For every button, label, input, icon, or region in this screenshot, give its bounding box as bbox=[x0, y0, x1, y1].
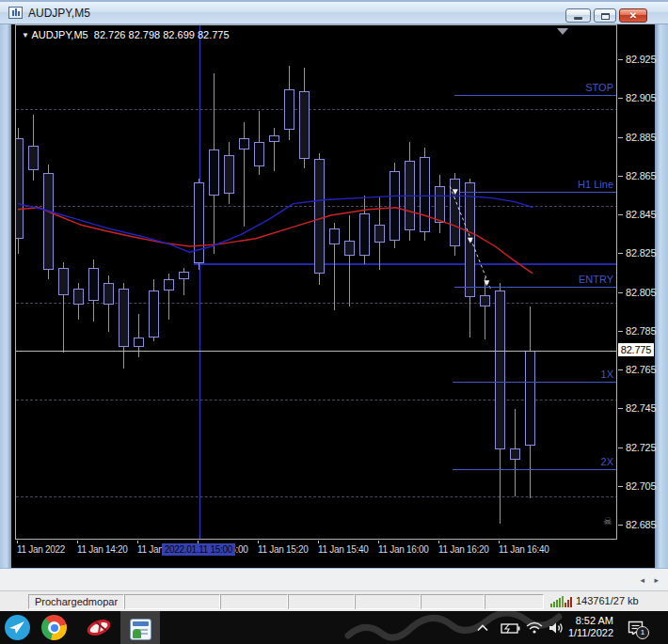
window-title: AUDJPY,M5 bbox=[28, 7, 90, 20]
network-traffic-text: 143761/27 kb bbox=[576, 595, 639, 606]
close-button[interactable]: ✕ bbox=[619, 8, 647, 23]
trend-arrow-icon bbox=[468, 238, 473, 243]
chart-shift-marker[interactable] bbox=[557, 28, 568, 35]
price-axis-tick bbox=[618, 486, 623, 487]
status-cell-network: 143761/27 kb bbox=[546, 594, 664, 609]
traffic-bar bbox=[565, 603, 566, 607]
chart-plot-area[interactable]: ▼ AUDJPY,M5 82.726 82.798 82.699 82.775 … bbox=[15, 24, 617, 540]
trade-line-2x[interactable] bbox=[453, 469, 617, 470]
price-axis-label: 82.705 bbox=[626, 480, 656, 492]
window-border-right bbox=[655, 24, 668, 568]
trade-line-label: ENTRY bbox=[548, 274, 613, 285]
traffic-bar bbox=[562, 596, 564, 607]
chrome-icon[interactable] bbox=[40, 614, 68, 641]
status-cell bbox=[355, 594, 421, 609]
price-axis-label: 82.905 bbox=[626, 92, 656, 103]
time-axis-label: 11 Jan 14:40 bbox=[137, 544, 188, 555]
trade-line-label: 1X bbox=[548, 369, 613, 380]
time-axis-label: 11 Jan 16:40 bbox=[499, 544, 549, 555]
battery-icon[interactable] bbox=[499, 611, 521, 644]
status-cell bbox=[220, 594, 288, 609]
trend-arrow-icon bbox=[484, 280, 489, 286]
status-account-text: Prochargedmopar bbox=[35, 596, 118, 607]
time-axis-tick bbox=[137, 541, 138, 543]
traffic-bar bbox=[570, 597, 572, 607]
telegram-icon[interactable] bbox=[4, 614, 31, 641]
price-axis-label: 82.785 bbox=[626, 325, 656, 337]
crosshair-time-tooltip: 2022.01.11 15:00 bbox=[162, 543, 235, 556]
chart-window: ▼ AUDJPY,M5 82.726 82.798 82.699 82.775 … bbox=[0, 24, 668, 568]
trade-line-h1-line[interactable] bbox=[460, 192, 617, 193]
price-axis-tick bbox=[618, 408, 623, 409]
price-axis-label: 82.685 bbox=[626, 519, 656, 530]
price-axis-tick bbox=[618, 59, 623, 60]
trade-line-label: STOP bbox=[548, 82, 613, 93]
time-axis-label: 11 Jan 15:40 bbox=[318, 544, 369, 555]
minimize-button[interactable] bbox=[565, 8, 591, 23]
wifi-icon[interactable] bbox=[523, 611, 546, 644]
trade-line-1x[interactable] bbox=[453, 382, 617, 383]
chart-info-line: ▼ AUDJPY,M5 82.726 82.798 82.699 82.775 bbox=[22, 29, 230, 40]
price-axis-tick bbox=[618, 98, 623, 99]
window-border-left bbox=[0, 24, 11, 568]
traffic-bar bbox=[553, 602, 555, 607]
price-axis-tick bbox=[618, 137, 623, 138]
price-axis-label: 82.725 bbox=[626, 442, 656, 453]
time-axis-label: 11 Jan 14:20 bbox=[77, 544, 128, 555]
ma-overlay bbox=[16, 25, 617, 540]
price-axis-label: 82.925 bbox=[626, 54, 656, 65]
price-axis-label: 82.825 bbox=[626, 247, 656, 259]
price-axis-tick bbox=[618, 253, 623, 254]
status-cell bbox=[485, 594, 544, 609]
traffic-bar bbox=[550, 604, 552, 607]
tray-expand-chevron-icon[interactable] bbox=[472, 611, 493, 644]
price-axis-tick bbox=[618, 448, 623, 448]
price-axis-tick bbox=[618, 369, 623, 370]
time-axis-tick bbox=[378, 541, 379, 543]
status-cell bbox=[288, 594, 355, 609]
time-axis-label: 11 Jan 16:20 bbox=[438, 544, 489, 555]
screen: AUDJPY,M5 ✕ ▼ AUDJPY,M5 82.726 82.798 82… bbox=[0, 0, 668, 644]
trend-dashed-line bbox=[450, 186, 490, 289]
price-axis-tick bbox=[618, 331, 623, 332]
trade-line-label: H1 Line bbox=[548, 179, 613, 190]
price-axis-label: 82.885 bbox=[626, 132, 656, 143]
traffic-bar bbox=[556, 600, 558, 607]
trade-line-stop[interactable] bbox=[454, 95, 617, 96]
time-axis-label: 11 Jan 2022 bbox=[17, 544, 65, 555]
price-axis-tick bbox=[618, 214, 623, 215]
time-axis-label: 11 Jan 15:00 bbox=[198, 544, 248, 555]
price-axis-tick bbox=[618, 292, 623, 293]
time-axis-label: 11 Jan 16:00 bbox=[378, 544, 429, 555]
traffic-bar bbox=[559, 598, 561, 607]
price-axis-label: 82.765 bbox=[626, 364, 656, 375]
chart-window-icon bbox=[8, 7, 23, 19]
price-axis-label: 82.805 bbox=[626, 287, 656, 298]
clock-time: 8:52 AM bbox=[563, 615, 613, 627]
status-bar: Prochargedmopar 143761/27 kb bbox=[0, 590, 668, 611]
title-bar[interactable]: AUDJPY,M5 ✕ bbox=[0, 2, 668, 24]
current-price-tag: 82.775 bbox=[618, 343, 654, 356]
ma-red-line bbox=[18, 208, 533, 274]
toolbar-band: ◂ ▸ bbox=[0, 568, 668, 590]
scroll-arrows-icon[interactable]: ◂ ▸ bbox=[640, 575, 662, 585]
time-axis-tick bbox=[77, 541, 78, 543]
time-axis-tick bbox=[198, 541, 199, 543]
price-axis-tick bbox=[618, 176, 623, 177]
trading-app-icon[interactable] bbox=[127, 616, 154, 643]
price-axis-label: 82.745 bbox=[626, 402, 656, 414]
time-axis-tick bbox=[258, 541, 259, 543]
price-axis-tick bbox=[618, 525, 623, 526]
status-cell bbox=[421, 594, 485, 609]
status-cell-account: Prochargedmopar bbox=[28, 594, 124, 609]
media-app-icon[interactable] bbox=[85, 614, 112, 641]
restore-button[interactable] bbox=[594, 8, 616, 23]
status-cell bbox=[124, 594, 220, 609]
trade-line-entry[interactable] bbox=[454, 287, 617, 288]
network-traffic-icon bbox=[550, 596, 573, 607]
time-axis-tick bbox=[17, 541, 18, 543]
taskbar-clock[interactable]: 8:52 AM 1/11/2022 bbox=[563, 611, 613, 644]
notification-badge[interactable]: 1 bbox=[636, 626, 649, 639]
time-axis-tick bbox=[318, 541, 319, 543]
time-axis-tick bbox=[499, 541, 500, 543]
